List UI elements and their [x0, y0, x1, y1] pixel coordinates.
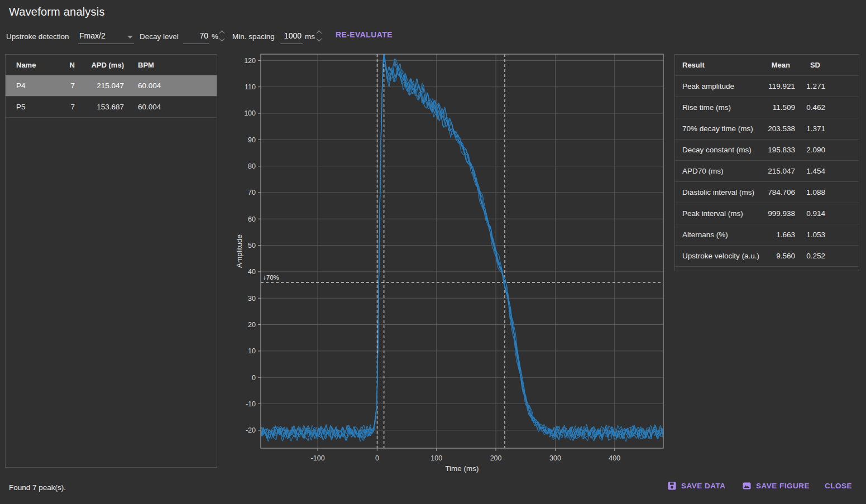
y-tick-label: 20	[248, 321, 256, 329]
result-mean: 119.921	[760, 82, 795, 90]
peaks-col-name: Name	[16, 61, 52, 69]
result-sd: 2.090	[795, 146, 825, 154]
results-table-row: Rise time (ms)11.5090.462	[675, 97, 859, 118]
peaks-table-row[interactable]: P47215.04760.004	[6, 75, 217, 97]
y-tick-label: 90	[248, 136, 256, 144]
results-table-header: Result Mean SD	[675, 55, 859, 76]
spinner-down-icon[interactable]	[317, 36, 322, 42]
results-table-row: Alternans (%)1.6631.053	[675, 224, 859, 246]
x-tick-label: 300	[549, 454, 561, 462]
y-tick-label: 80	[248, 162, 256, 170]
peak-bpm: 60.004	[124, 81, 217, 90]
peak-name: P5	[16, 103, 52, 111]
decay-level-label: Decay level	[140, 32, 179, 41]
waveform-analysis-dialog: Waveform analysis Upstroke detection Fma…	[0, 0, 866, 504]
decay-level-input[interactable]: 70	[183, 29, 209, 44]
results-table-panel: Result Mean SD Peak amplitude119.9211.27…	[674, 54, 859, 271]
result-sd: 0.252	[795, 252, 825, 260]
results-col-sd: SD	[795, 61, 825, 69]
waveform-trace	[261, 57, 663, 439]
waveform-trace	[261, 57, 663, 441]
y-tick-label: 100	[244, 109, 256, 117]
peak-apd: 215.047	[75, 81, 124, 90]
result-label: Peak amplitude	[682, 82, 760, 90]
results-table-row: 70% decay time (ms)203.5381.371	[675, 118, 859, 140]
close-label: CLOSE	[825, 482, 852, 490]
re-evaluate-button[interactable]: RE-EVALUATE	[332, 28, 396, 41]
waveform-trace	[261, 56, 663, 439]
result-mean: 999.938	[760, 209, 795, 218]
upstroke-detection-select[interactable]: Fmax/2	[78, 29, 134, 44]
y-tick-label: 120	[244, 57, 256, 65]
upstroke-detection-value: Fmax/2	[79, 31, 106, 40]
result-mean: 215.047	[760, 167, 795, 175]
peaks-col-bpm: BPM	[124, 61, 217, 69]
result-sd: 1.271	[795, 82, 825, 90]
result-mean: 203.538	[760, 124, 795, 133]
status-text: Found 7 peak(s).	[9, 483, 66, 492]
y-tick-label: 40	[248, 268, 256, 276]
y-tick-label: 30	[248, 295, 256, 303]
result-sd: 1.454	[795, 167, 825, 175]
result-sd: 0.462	[795, 103, 825, 112]
result-mean: 1.663	[760, 231, 795, 239]
x-tick-label: 200	[490, 454, 502, 462]
results-table-row: Peak interval (ms)999.9380.914	[675, 203, 859, 224]
peaks-col-n: N	[52, 61, 75, 69]
result-label: Peak interval (ms)	[682, 209, 760, 218]
waveform-plot: ↓70%-1000100200300400-20-100102030405060…	[235, 49, 670, 473]
waveform-trace	[261, 51, 663, 438]
min-spacing-value: 1000	[284, 31, 302, 40]
waveform-chart: ↓70%-1000100200300400-20-100102030405060…	[235, 49, 670, 473]
result-label: 70% decay time (ms)	[682, 124, 760, 133]
y-tick-label: 110	[245, 83, 256, 91]
result-label: APD70 (ms)	[682, 167, 760, 175]
x-axis-label: Time (ms)	[445, 464, 479, 473]
results-table-row: Decay constant (ms)195.8332.090	[675, 140, 859, 161]
min-spacing-stepper[interactable]	[315, 30, 323, 43]
spinner-down-icon[interactable]	[219, 36, 225, 42]
save-floppy-icon	[668, 482, 676, 490]
result-mean: 195.833	[760, 146, 795, 154]
decay-level-stepper[interactable]	[218, 30, 226, 43]
peak-bpm: 60.004	[124, 103, 217, 111]
results-table-row: Peak amplitude119.9211.271	[675, 76, 859, 97]
results-table-row: Upstroke velocity (a.u.)9.5600.252	[675, 246, 859, 267]
min-spacing-input[interactable]: 1000	[280, 29, 303, 44]
result-label: Diastolic interval (ms)	[682, 188, 760, 196]
result-mean: 9.560	[760, 252, 795, 260]
spinner-up-icon[interactable]	[317, 31, 322, 36]
min-spacing-unit: ms	[305, 32, 315, 41]
peak-apd: 153.687	[75, 103, 124, 111]
peaks-table-header: Name N APD (ms) BPM	[6, 55, 217, 75]
save-figure-button[interactable]: SAVE FIGURE	[743, 482, 810, 490]
y-axis-label: Amplitude	[235, 234, 243, 268]
min-spacing-label: Min. spacing	[232, 32, 275, 41]
results-table-row: APD70 (ms)215.0471.454	[675, 161, 859, 182]
close-button[interactable]: CLOSE	[825, 482, 852, 490]
results-col-result: Result	[682, 61, 760, 69]
spinner-up-icon[interactable]	[219, 31, 225, 36]
peak-name: P4	[16, 81, 52, 90]
result-label: Rise time (ms)	[682, 103, 760, 112]
y-tick-label: 70	[248, 189, 256, 196]
save-figure-label: SAVE FIGURE	[756, 482, 810, 490]
result-sd: 1.053	[795, 231, 825, 239]
y-tick-label: -20	[246, 426, 256, 434]
dialog-title: Waveform analysis	[9, 6, 105, 18]
waveform-trace	[261, 57, 663, 441]
save-image-icon	[743, 482, 751, 490]
peak-n: 7	[52, 103, 75, 111]
decay-level-annotation: ↓70%	[263, 274, 279, 281]
x-tick-label: 400	[609, 454, 620, 462]
x-tick-label: 100	[430, 454, 442, 462]
decay-level-value: 70	[199, 31, 208, 40]
y-tick-label: -10	[246, 400, 256, 408]
chevron-down-icon	[127, 36, 133, 39]
y-tick-label: 60	[248, 215, 256, 223]
peaks-table-row[interactable]: P57153.68760.004	[6, 97, 217, 118]
results-table-row: Diastolic interval (ms)784.7061.088	[675, 182, 859, 203]
save-data-button[interactable]: SAVE DATA	[668, 482, 726, 490]
upstroke-detection-label: Upstroke detection	[6, 32, 69, 41]
result-mean: 11.509	[760, 103, 795, 112]
